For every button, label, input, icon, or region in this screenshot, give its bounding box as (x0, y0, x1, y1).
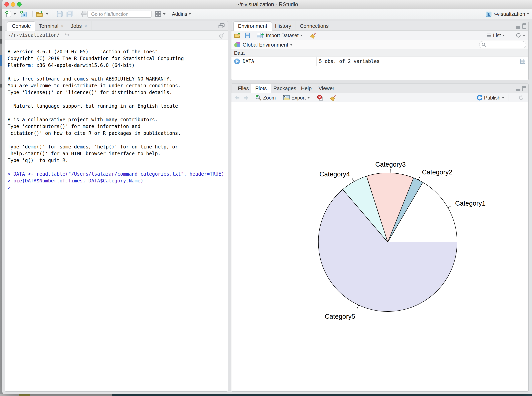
new-project-icon: R (20, 10, 28, 17)
maximize-pane-button[interactable] (522, 23, 526, 29)
load-workspace-button[interactable] (234, 32, 242, 39)
console-tabstrip: Console Terminal × Jobs × (5, 21, 228, 31)
restore-panes-icon (218, 23, 225, 29)
tab-viewer[interactable]: Viewer (314, 84, 339, 93)
window-title: ~/r-visualization - RStudio (2, 0, 532, 9)
refresh-icon (518, 94, 524, 101)
refresh-plot-button[interactable] (518, 94, 524, 101)
maximize-pane-button[interactable] (522, 86, 526, 91)
tab-connections[interactable]: Connections (295, 21, 333, 31)
pie-label-category5: Category5 (325, 313, 355, 320)
broom-icon (330, 94, 337, 101)
minimize-pane-button[interactable] (516, 26, 520, 29)
publish-plot-button[interactable]: Publish (476, 94, 504, 101)
tab-history[interactable]: History (271, 21, 296, 31)
clear-all-plots-button[interactable] (330, 94, 337, 101)
environment-object-row[interactable]: DATA 5 obs. of 2 variables (231, 57, 528, 66)
svg-text:R: R (488, 13, 490, 16)
console-line (8, 137, 228, 143)
console-line: Type 'contributors()' for more informati… (8, 123, 228, 130)
scope-caret (290, 44, 292, 46)
pie-label-category2: Category2 (422, 169, 452, 176)
tab-files[interactable]: Files (234, 84, 253, 93)
environment-search-box (479, 41, 526, 48)
view-data-button[interactable] (520, 58, 526, 65)
console-line: Type 'demo()' for some demos, 'help()' f… (8, 143, 228, 150)
pie-label-category3: Category3 (375, 161, 406, 168)
clear-environment-button[interactable] (310, 32, 317, 39)
console-line: 'help.start()' for an HTML browser inter… (8, 150, 228, 157)
panes-layout-button[interactable] (155, 10, 165, 17)
tab-console[interactable]: Console (7, 21, 35, 31)
export-image-icon (283, 94, 290, 101)
environment-scope-selector[interactable]: Global Environment (234, 41, 292, 48)
open-folder-icon (234, 32, 242, 39)
console-line: Copyright (C) 2019 The R Foundation for … (8, 55, 228, 62)
new-file-button[interactable] (5, 10, 16, 17)
goto-file-function-input[interactable] (91, 12, 153, 17)
console-output[interactable]: R version 3.6.1 (2019-07-05) -- "Action … (5, 40, 228, 391)
search-icon (481, 42, 486, 47)
project-selector[interactable]: R r-visualization (485, 10, 529, 17)
tab-plots[interactable]: Plots (251, 84, 271, 93)
pie-chart: Category1Category2Category3Category4Cate… (231, 102, 528, 391)
export-plot-button[interactable]: Export (283, 94, 310, 101)
panes-layout-caret (163, 13, 165, 15)
new-project-button[interactable]: R (20, 10, 28, 17)
broom-icon (218, 32, 225, 39)
tab-terminal-close-icon[interactable]: × (61, 23, 64, 29)
console-line: R is free software and comes with ABSOLU… (8, 76, 228, 82)
environment-search-input[interactable] (487, 42, 523, 47)
tab-packages[interactable]: Packages (269, 84, 301, 93)
import-table-icon (257, 32, 265, 39)
addins-button[interactable]: Addins (171, 10, 191, 17)
previous-plot-button[interactable] (234, 94, 241, 101)
save-button[interactable] (56, 10, 63, 17)
project-name-label: r-visualization (493, 11, 525, 17)
tab-jobs-close-icon[interactable]: × (84, 23, 87, 29)
new-file-menu-caret (14, 13, 16, 15)
tab-help[interactable]: Help (297, 84, 316, 93)
import-dataset-caret (300, 35, 303, 36)
object-name-cell: DATA (231, 57, 316, 66)
back-arrow-icon (234, 95, 241, 101)
next-plot-button[interactable] (243, 94, 249, 101)
tab-environment[interactable]: Environment (234, 21, 272, 31)
remove-plot-button[interactable] (317, 94, 323, 101)
export-label: Export (291, 95, 306, 101)
console-line: Natural language support but running in … (8, 103, 228, 110)
forward-arrow-icon (243, 95, 249, 101)
pie-label-tick (357, 305, 359, 309)
refresh-environment-button[interactable] (515, 32, 525, 39)
import-dataset-button[interactable]: Import Dataset (257, 32, 303, 39)
toolbar-separator (508, 94, 509, 101)
project-cube-icon: R (485, 10, 492, 17)
goto-directory-icon[interactable]: ↪ (65, 31, 69, 38)
toolbar-separator (78, 11, 78, 17)
open-file-button[interactable] (35, 10, 48, 17)
save-all-icon (66, 10, 74, 17)
list-view-button[interactable]: List (487, 32, 505, 39)
open-folder-icon (35, 10, 44, 17)
environment-tabstrip: Environment History Connections (231, 21, 528, 31)
tab-jobs[interactable]: Jobs × (66, 21, 92, 31)
clear-console-button[interactable] (218, 32, 225, 39)
publish-icon (476, 94, 483, 101)
console-maximize-button[interactable] (218, 23, 225, 30)
tab-connections-label: Connections (300, 23, 329, 29)
tab-files-label: Files (238, 85, 249, 92)
plots-toolbar: Zoom Export (231, 93, 528, 103)
main-toolbar: R (2, 9, 532, 19)
pie-label-tick (418, 176, 420, 180)
save-all-button[interactable] (66, 10, 74, 17)
save-workspace-button[interactable] (244, 32, 251, 39)
zoom-plot-button[interactable]: Zoom (255, 94, 277, 101)
expand-object-icon[interactable] (234, 58, 240, 64)
console-line: Platform: x86_64-apple-darwin15.6.0 (64-… (8, 62, 228, 69)
addins-caret (189, 13, 191, 15)
tab-terminal[interactable]: Terminal × (34, 21, 68, 31)
list-view-caret (503, 35, 505, 36)
save-icon (244, 32, 251, 39)
minimize-pane-button[interactable] (516, 89, 520, 91)
print-button[interactable] (81, 10, 88, 17)
